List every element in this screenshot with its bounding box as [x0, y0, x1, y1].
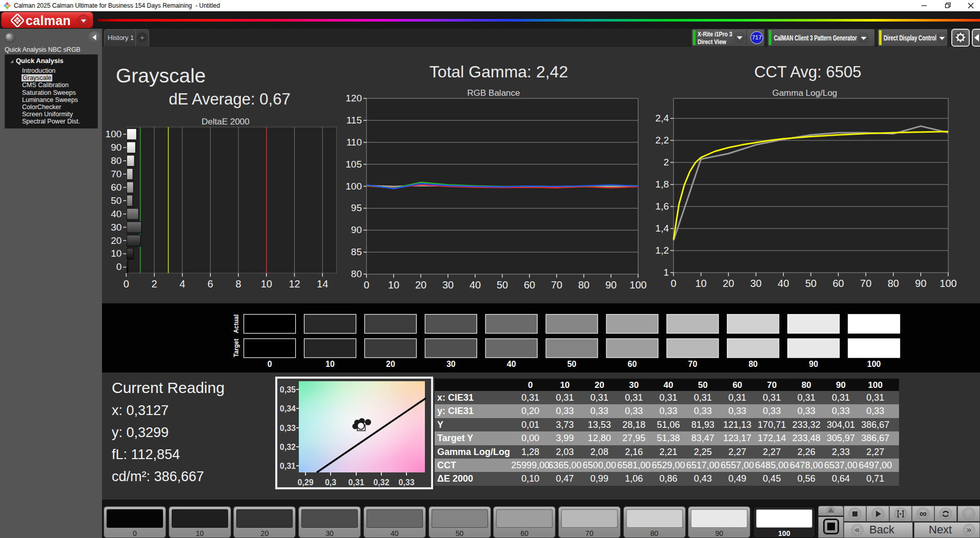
svg-text:1,2: 1,2 — [656, 245, 669, 256]
svg-text:0: 0 — [268, 360, 272, 368]
svg-text:14: 14 — [317, 278, 328, 289]
svg-text:40: 40 — [778, 278, 789, 289]
svg-text:30: 30 — [750, 278, 762, 289]
svg-text:60: 60 — [111, 182, 121, 193]
svg-text:0,33: 0,33 — [398, 478, 414, 487]
svg-text:CCT Avg: 6505: CCT Avg: 6505 — [754, 63, 861, 81]
svg-text:RGB Balance: RGB Balance — [467, 88, 520, 98]
svg-text:1,4: 1,4 — [656, 223, 669, 234]
svg-text:10: 10 — [111, 248, 121, 259]
svg-text:4: 4 — [179, 278, 185, 289]
svg-text:0: 0 — [116, 261, 122, 272]
svg-text:20: 20 — [415, 279, 426, 291]
svg-text:0,3: 0,3 — [325, 478, 336, 487]
svg-text:8: 8 — [236, 278, 241, 289]
svg-text:30: 30 — [446, 360, 456, 368]
svg-text:70: 70 — [860, 278, 871, 289]
svg-text:0,33: 0,33 — [280, 424, 296, 432]
svg-text:60: 60 — [524, 279, 535, 291]
svg-text:105: 105 — [345, 159, 362, 170]
svg-text:∞: ∞ — [920, 508, 927, 519]
svg-text:dE Average: 0,67: dE Average: 0,67 — [169, 90, 290, 108]
svg-text:0,31: 0,31 — [348, 478, 364, 487]
svg-text:40: 40 — [469, 279, 481, 291]
svg-text:10: 10 — [695, 278, 706, 289]
svg-text:90: 90 — [605, 279, 617, 291]
svg-text:0: 0 — [670, 278, 676, 289]
svg-text:90: 90 — [351, 224, 362, 235]
svg-text:30: 30 — [111, 222, 121, 233]
svg-text:0,34: 0,34 — [280, 404, 296, 413]
svg-text:10: 10 — [325, 360, 335, 368]
svg-text:115: 115 — [346, 115, 362, 126]
svg-text:1,6: 1,6 — [656, 201, 669, 212]
svg-text:Gamma Log/Log: Gamma Log/Log — [772, 88, 838, 98]
svg-text:70: 70 — [688, 360, 698, 368]
svg-text:0,35: 0,35 — [280, 385, 296, 394]
svg-text:80: 80 — [888, 278, 899, 289]
svg-text:40: 40 — [507, 360, 516, 368]
svg-text:20: 20 — [111, 235, 121, 246]
svg-text:0: 0 — [124, 278, 129, 289]
svg-text:80: 80 — [351, 268, 362, 279]
svg-text:50: 50 — [805, 278, 816, 289]
svg-text:0,32: 0,32 — [373, 478, 389, 487]
svg-text:110: 110 — [346, 137, 362, 148]
svg-text:2: 2 — [663, 157, 669, 168]
svg-text:100: 100 — [867, 360, 881, 368]
svg-text:70: 70 — [551, 279, 562, 291]
svg-text:100: 100 — [629, 279, 646, 291]
svg-text:Actual: Actual — [233, 315, 240, 334]
svg-text:30: 30 — [442, 279, 454, 291]
svg-text:40: 40 — [111, 209, 121, 219]
svg-text:80: 80 — [578, 279, 589, 291]
svg-text:85: 85 — [351, 246, 362, 257]
svg-text:0,29: 0,29 — [297, 478, 313, 487]
svg-text:70: 70 — [111, 169, 121, 179]
svg-text:2,2: 2,2 — [656, 135, 669, 146]
svg-text:100: 100 — [940, 278, 956, 289]
svg-text:90: 90 — [915, 278, 926, 289]
svg-text:1: 1 — [663, 267, 669, 278]
svg-text:1,8: 1,8 — [656, 179, 669, 190]
svg-text:2: 2 — [151, 278, 157, 289]
svg-text:50: 50 — [111, 195, 121, 206]
svg-text:80: 80 — [111, 155, 121, 166]
svg-text:80: 80 — [748, 360, 758, 368]
svg-text:60: 60 — [832, 278, 844, 289]
svg-text:90: 90 — [809, 360, 818, 368]
svg-text:100: 100 — [106, 129, 122, 139]
svg-text:50: 50 — [497, 279, 508, 291]
svg-text:2,4: 2,4 — [656, 113, 669, 123]
svg-text:60: 60 — [628, 360, 637, 368]
svg-text:0,31: 0,31 — [280, 462, 296, 470]
svg-text:100: 100 — [345, 181, 362, 192]
svg-text:6: 6 — [208, 278, 213, 289]
svg-text:10: 10 — [261, 278, 272, 289]
svg-text:DeltaE 2000: DeltaE 2000 — [201, 117, 250, 127]
svg-text:50: 50 — [567, 360, 577, 368]
svg-text:120: 120 — [345, 93, 362, 104]
svg-text:10: 10 — [388, 279, 399, 291]
svg-text:20: 20 — [386, 360, 395, 368]
svg-text:0: 0 — [363, 279, 369, 291]
svg-text:12: 12 — [289, 278, 300, 289]
svg-text:Target: Target — [233, 339, 240, 357]
svg-text:20: 20 — [723, 278, 734, 289]
svg-text:95: 95 — [351, 202, 362, 213]
svg-text:0,32: 0,32 — [280, 443, 296, 451]
svg-text:Grayscale: Grayscale — [116, 65, 206, 87]
svg-text:90: 90 — [111, 142, 121, 153]
svg-text:Total Gamma: 2,42: Total Gamma: 2,42 — [430, 63, 568, 81]
